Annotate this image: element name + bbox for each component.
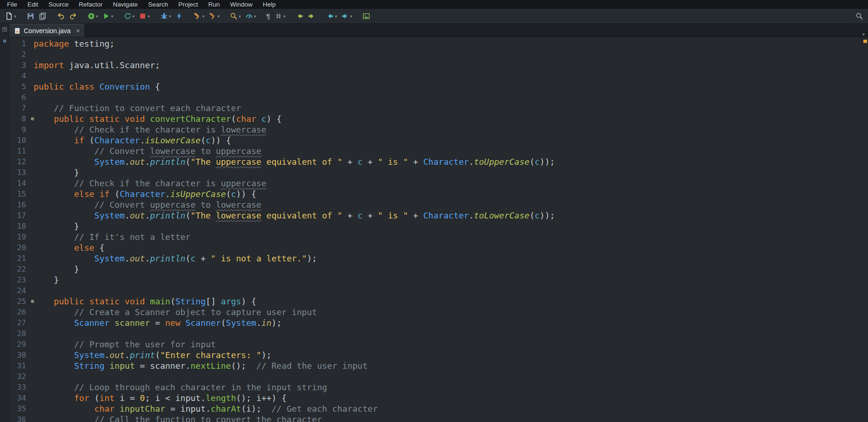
line-number[interactable]: 35 (9, 403, 30, 414)
prev-bookmark-button[interactable] (294, 11, 305, 21)
apply-code-changes-button[interactable] (174, 11, 184, 21)
dropdown-arrow-icon[interactable]: ▾ (14, 14, 16, 19)
code-line[interactable]: 6 (9, 92, 861, 103)
code-line[interactable]: 3import java.util.Scanner; (9, 60, 861, 70)
tab-list-icon[interactable]: ▾ (859, 32, 868, 37)
undo-button[interactable] (56, 11, 66, 21)
code-line[interactable]: 33 // Loop through each character in the… (9, 382, 861, 393)
stop-button[interactable]: ▾ (137, 11, 151, 21)
code-line[interactable]: 5public class Conversion { (9, 81, 861, 92)
tab-close-icon[interactable]: × (76, 28, 80, 34)
dropdown-arrow-icon[interactable]: ▾ (350, 14, 353, 19)
screenshot-button[interactable] (361, 11, 372, 21)
line-number[interactable]: 20 (9, 242, 30, 253)
new-file-button[interactable]: ▾ (4, 11, 18, 21)
menu-refactor[interactable]: Refactor (74, 0, 108, 9)
toggle-annotations-button[interactable]: ▾ (273, 11, 287, 21)
code-line[interactable]: 14 // Check if the character is uppercas… (9, 178, 861, 189)
line-number[interactable]: 27 (9, 317, 30, 328)
code-line[interactable]: 32 (9, 371, 861, 382)
save-all-button[interactable] (25, 11, 36, 21)
code-line[interactable]: 28 (9, 328, 861, 339)
line-number[interactable]: 5 (9, 81, 30, 92)
line-number[interactable]: 1 (9, 38, 30, 49)
dropdown-arrow-icon[interactable]: ▾ (202, 14, 205, 19)
code-line[interactable]: 25 public static void main(String[] args… (9, 296, 861, 307)
warning-stripe-mark[interactable] (863, 40, 867, 43)
next-bookmark-button[interactable] (306, 11, 317, 21)
menu-window[interactable]: Window (225, 0, 258, 9)
build-project-button[interactable]: ▾ (192, 11, 206, 21)
code-line[interactable]: 2 (9, 49, 861, 60)
tab-conversion-java[interactable]: Conversion.java × (9, 24, 85, 37)
line-number[interactable]: 17 (9, 210, 30, 221)
inspect-button[interactable]: ▾ (228, 11, 242, 21)
code-line[interactable]: 12 System.out.println("The uppercase equ… (9, 156, 861, 167)
line-number[interactable]: 25 (9, 296, 30, 307)
line-number[interactable]: 12 (9, 156, 30, 167)
dropdown-arrow-icon[interactable]: ▾ (96, 14, 99, 19)
code-line[interactable]: 19 // If it's not a letter (9, 232, 861, 242)
dropdown-arrow-icon[interactable]: ▾ (169, 14, 171, 19)
code-line[interactable]: 18 } (9, 221, 861, 232)
dropdown-arrow-icon[interactable]: ▾ (218, 14, 220, 19)
dropdown-arrow-icon[interactable]: ▾ (283, 14, 286, 19)
code-line[interactable]: 23 } (9, 274, 861, 285)
code-line[interactable]: 35 char inputChar = input.charAt(i); // … (9, 403, 861, 414)
code-line[interactable]: 9 // Check if the character is lowercase (9, 124, 861, 135)
menu-project[interactable]: Project (173, 0, 203, 9)
code-line[interactable]: 10 if (Character.isLowerCase(c)) { (9, 135, 861, 146)
menu-search[interactable]: Search (143, 0, 173, 9)
run-project-button[interactable]: ▾ (101, 11, 115, 21)
line-number[interactable]: 15 (9, 189, 30, 199)
code-line[interactable]: 17 System.out.println("The lowercase equ… (9, 210, 861, 221)
menu-source[interactable]: Source (43, 0, 74, 9)
code-line[interactable]: 26 // Create a Scanner object to capture… (9, 307, 861, 317)
menu-file[interactable]: File (2, 0, 22, 9)
dropdown-arrow-icon[interactable]: ▾ (254, 14, 256, 19)
copy-button[interactable] (37, 11, 48, 21)
line-number[interactable]: 4 (9, 70, 30, 81)
line-number[interactable]: 10 (9, 135, 30, 146)
code-line[interactable]: 31 String input = scanner.nextLine(); //… (9, 360, 861, 371)
back-button[interactable]: ▾ (325, 11, 339, 21)
line-number[interactable]: 22 (9, 264, 30, 274)
profile-project-button[interactable]: ▾ (244, 11, 258, 21)
code-line[interactable]: 8 public static void convertCharacter(ch… (9, 113, 861, 124)
line-number[interactable]: 36 (9, 414, 30, 422)
hash-grid-icon[interactable] (2, 38, 7, 44)
code-line[interactable]: 24 (9, 285, 861, 296)
rerun-button[interactable]: ▾ (122, 11, 136, 21)
code-line[interactable]: 1package testing; (9, 38, 861, 49)
menu-help[interactable]: Help (258, 0, 281, 9)
line-number[interactable]: 14 (9, 178, 30, 189)
line-number[interactable]: 3 (9, 60, 30, 70)
line-number[interactable]: 32 (9, 371, 30, 382)
code-line[interactable]: 30 System.out.print("Enter characters: "… (9, 350, 861, 360)
code-line[interactable]: 34 for (int i = 0; i < input.length(); i… (9, 393, 861, 403)
line-number[interactable]: 19 (9, 232, 30, 242)
line-number[interactable]: 23 (9, 274, 30, 285)
line-number[interactable]: 11 (9, 146, 30, 156)
dropdown-arrow-icon[interactable]: ▾ (335, 14, 337, 19)
dock-window-icon[interactable] (2, 27, 7, 32)
code-line[interactable]: 13 } (9, 167, 861, 178)
line-number[interactable]: 2 (9, 49, 30, 60)
dropdown-arrow-icon[interactable]: ▾ (133, 14, 135, 19)
forward-button[interactable]: ▾ (340, 11, 354, 21)
code-line[interactable]: 21 System.out.println(c + " is not a let… (9, 253, 861, 264)
line-number[interactable]: 21 (9, 253, 30, 264)
line-number[interactable]: 30 (9, 350, 30, 360)
redo-button[interactable] (68, 11, 78, 21)
dropdown-arrow-icon[interactable]: ▾ (239, 14, 241, 19)
line-number[interactable]: 24 (9, 285, 30, 296)
dropdown-arrow-icon[interactable]: ▾ (148, 14, 150, 19)
code-line[interactable]: 11 // Convert lowercase to uppercase (9, 146, 861, 156)
code-line[interactable]: 16 // Convert uppercase to lowercase (9, 199, 861, 210)
line-number[interactable]: 16 (9, 199, 30, 210)
line-number[interactable]: 9 (9, 124, 30, 135)
line-number[interactable]: 31 (9, 360, 30, 371)
code-editor[interactable]: 1package testing;23import java.util.Scan… (9, 37, 861, 422)
code-line[interactable]: 36 // Call the function to convert the c… (9, 414, 861, 422)
code-line[interactable]: 7 // Function to convert each character (9, 103, 861, 113)
